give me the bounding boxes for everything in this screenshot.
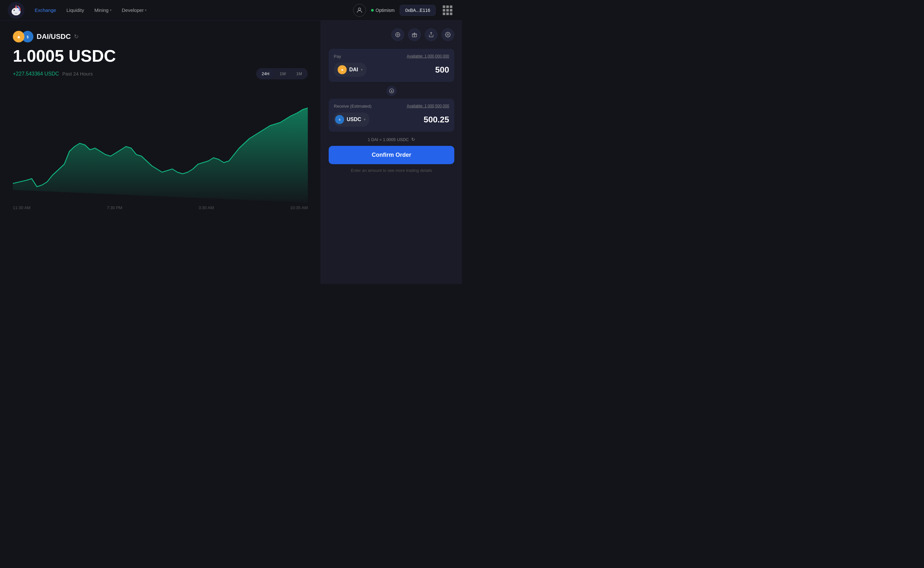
time-group: 24H 1W 1M bbox=[256, 68, 308, 79]
grid-dot bbox=[446, 6, 449, 8]
nav-developer[interactable]: Developer ▾ bbox=[122, 8, 146, 13]
network-status-dot bbox=[371, 9, 374, 12]
receive-token-name: USDC bbox=[347, 116, 361, 122]
settings-button[interactable] bbox=[441, 28, 454, 41]
mining-chevron-icon: ▾ bbox=[110, 8, 112, 12]
receive-token-chevron-icon: ▾ bbox=[364, 117, 365, 122]
nav-exchange[interactable]: Exchange bbox=[35, 8, 56, 13]
pay-token-name: DAI bbox=[349, 67, 358, 73]
pay-label-row: Pay Available: 1,000,000,000 bbox=[334, 54, 449, 59]
pay-section: Pay Available: 1,000,000,000 ◈ DAI ▾ 500 bbox=[329, 49, 454, 82]
pay-amount[interactable]: 500 bbox=[435, 65, 449, 75]
logo[interactable] bbox=[8, 2, 24, 19]
chart-label-4: 10:35 AM bbox=[290, 205, 308, 210]
apps-grid-button[interactable] bbox=[441, 3, 454, 17]
nav-links: Exchange Liquidity Mining ▾ Developer ▾ bbox=[35, 8, 353, 13]
pair-header: ◈ $ DAI/USDC ↻ bbox=[13, 31, 308, 42]
share-button[interactable] bbox=[425, 28, 438, 41]
svg-point-10 bbox=[397, 34, 399, 36]
network-selector[interactable]: Optimism bbox=[371, 8, 394, 13]
svg-text:◈: ◈ bbox=[341, 68, 343, 71]
price-change-value: +227.543364 USDC bbox=[13, 71, 59, 77]
pay-token-row: ◈ DAI ▾ 500 bbox=[334, 63, 449, 77]
pay-token-icon: ◈ bbox=[338, 65, 347, 74]
profile-button[interactable] bbox=[353, 4, 366, 17]
price-change-period: Past 24 Hours bbox=[62, 71, 93, 77]
swap-panel: Pay Available: 1,000,000,000 ◈ DAI ▾ 500 bbox=[321, 21, 462, 284]
price-chart bbox=[13, 87, 308, 203]
pair-refresh-icon[interactable]: ↻ bbox=[74, 33, 79, 40]
chart-label-1: 11:30 AM bbox=[13, 205, 30, 210]
swap-toolbar bbox=[329, 28, 454, 41]
svg-point-13 bbox=[447, 34, 449, 36]
chart-label-2: 7:30 PM bbox=[107, 205, 122, 210]
chart-area bbox=[13, 87, 308, 203]
chart-settings-button[interactable] bbox=[391, 28, 404, 41]
receive-section: Receive (Estimated) Available: 1,000,500… bbox=[329, 99, 454, 132]
nav-mining[interactable]: Mining ▾ bbox=[94, 8, 112, 13]
wallet-address-button[interactable]: 0xBA...E116 bbox=[400, 5, 436, 16]
price-display: 1.0005 USDC bbox=[13, 46, 308, 65]
exchange-rate: 1 DAI = 1.0005 USDC bbox=[368, 137, 409, 142]
svg-text:$: $ bbox=[27, 35, 29, 39]
gift-button[interactable] bbox=[408, 28, 421, 41]
main-layout: ◈ $ DAI/USDC ↻ 1.0005 USDC +227.543364 U… bbox=[0, 21, 462, 284]
receive-token-icon: $ bbox=[335, 115, 344, 124]
grid-dot bbox=[443, 6, 445, 8]
swap-direction-container bbox=[329, 83, 454, 99]
pay-token-chevron-icon: ▾ bbox=[361, 68, 363, 72]
grid-dot bbox=[443, 12, 445, 15]
chart-x-labels: 11:30 AM 7:30 PM 3:30 AM 10:35 AM bbox=[13, 203, 308, 210]
svg-point-4 bbox=[358, 8, 361, 10]
time-btn-1m[interactable]: 1M bbox=[292, 69, 306, 78]
pair-name: DAI/USDC bbox=[37, 32, 71, 41]
pay-label: Pay bbox=[334, 54, 341, 59]
grid-dot bbox=[443, 9, 445, 12]
dai-icon: ◈ bbox=[13, 31, 24, 42]
nav-liquidity[interactable]: Liquidity bbox=[66, 8, 84, 13]
nav-right: Optimism 0xBA...E116 bbox=[353, 3, 454, 17]
receive-token-selector[interactable]: $ USDC ▾ bbox=[334, 112, 370, 127]
grid-dot bbox=[450, 6, 452, 8]
rate-refresh-icon[interactable]: ↻ bbox=[411, 137, 415, 142]
trade-hint: Enter an amount to see more trading deta… bbox=[329, 168, 454, 173]
pay-available[interactable]: Available: 1,000,000,000 bbox=[407, 54, 449, 59]
time-selector-group: 24H 1W 1M bbox=[256, 68, 308, 79]
svg-point-3 bbox=[14, 10, 15, 11]
navbar: Exchange Liquidity Mining ▾ Developer ▾ … bbox=[0, 0, 462, 21]
left-panel: ◈ $ DAI/USDC ↻ 1.0005 USDC +227.543364 U… bbox=[0, 21, 321, 284]
receive-label: Receive (Estimated) bbox=[334, 104, 371, 109]
receive-label-row: Receive (Estimated) Available: 1,000,500… bbox=[334, 104, 449, 109]
pair-icons: ◈ $ bbox=[13, 31, 33, 42]
receive-amount: 500.25 bbox=[423, 115, 449, 125]
svg-text:◈: ◈ bbox=[17, 35, 20, 39]
pay-token-selector[interactable]: ◈ DAI ▾ bbox=[334, 63, 367, 77]
developer-chevron-icon: ▾ bbox=[145, 8, 146, 12]
receive-token-row: $ USDC ▾ 500.25 bbox=[334, 112, 449, 127]
grid-dot bbox=[450, 9, 452, 12]
exchange-rate-row: 1 DAI = 1.0005 USDC ↻ bbox=[329, 137, 454, 142]
confirm-order-button[interactable]: Confirm Order bbox=[329, 146, 454, 164]
receive-available: Available: 1,000,500,000 bbox=[407, 104, 449, 109]
grid-dot bbox=[446, 12, 449, 15]
network-name: Optimism bbox=[376, 8, 394, 13]
swap-direction-button[interactable] bbox=[386, 85, 397, 97]
grid-dot bbox=[450, 12, 452, 15]
grid-dot bbox=[446, 9, 449, 12]
time-btn-1w[interactable]: 1W bbox=[275, 69, 290, 78]
price-change-row: +227.543364 USDC Past 24 Hours 24H 1W 1M bbox=[13, 68, 308, 79]
chart-label-3: 3:30 AM bbox=[199, 205, 214, 210]
time-btn-24h[interactable]: 24H bbox=[257, 69, 274, 78]
